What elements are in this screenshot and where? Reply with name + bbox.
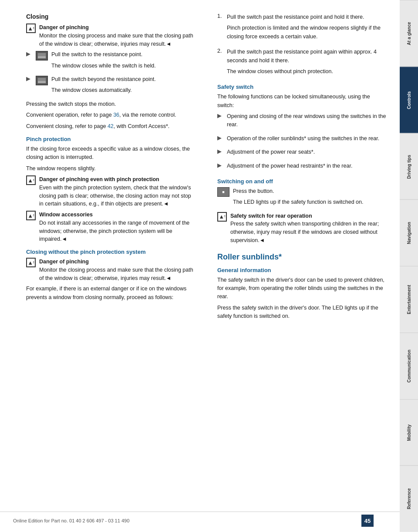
step2-num: 2. (217, 48, 224, 78)
closing-without-icon: ▲! (26, 258, 36, 267)
safety-button-icon: ■ (217, 187, 229, 197)
switching-box: ■ Press the button. The LED lights up if… (217, 187, 387, 209)
safety-bullet-1: ▶ Opening and closing of the rear window… (217, 112, 387, 132)
pinch-protection-title: Pinch protection (26, 136, 196, 142)
closing-without-warning-title: Danger of pinching (39, 259, 89, 265)
pinch-text2: The window reopens slightly. (26, 165, 196, 173)
convenient1-text: Convenient operation, refer to page 36, … (26, 111, 196, 119)
bullet3-text: Adjustment of the power rear seats*. (227, 148, 315, 156)
safety-rear-warning: ▲! Safety switch for rear operation Pres… (217, 212, 387, 245)
safety-rear-title: Safety switch for rear operation (230, 213, 312, 219)
general-text2: Press the safety switch in the driver's … (217, 304, 387, 321)
safety-rear-body: Press the safety switch when transportin… (230, 221, 379, 243)
press-text: Pressing the switch stops the motion. (26, 100, 196, 108)
sidebar-item-communication[interactable]: Communication (400, 333, 418, 399)
closing-title: Closing (26, 13, 196, 20)
switching-text1: Press the button. (233, 187, 363, 195)
switching-title: Switching on and off (217, 178, 387, 185)
bullet1-text: Opening and closing of the rear windows … (227, 112, 387, 129)
step1-num: 1. (217, 13, 224, 44)
danger-pinching-warning: ▲! Danger of pinching Monitor the closin… (26, 24, 196, 48)
left-column: Closing ▲! Danger of pinching Monitor th… (26, 13, 200, 502)
window-acc-text: Window accessories Do not install any ac… (39, 211, 196, 243)
bullet2-arrow: ▶ (217, 135, 222, 141)
action2-sub: The window closes automatically. (51, 86, 156, 94)
roller-sunblinds-title: Roller sunblinds* (217, 253, 387, 262)
general-text1: The safety switch in the driver's door c… (217, 276, 387, 301)
window-acc-icon: ▲! (26, 211, 36, 220)
action2-row: ▶ Pull the switch beyond the resistance … (26, 75, 196, 98)
safety-text: The following functions can be locked si… (217, 93, 387, 110)
footer-text: Online Edition for Part no. 01 40 2 606 … (13, 518, 129, 523)
right-column: 1. Pull the switch past the resistance p… (213, 13, 387, 502)
action2-arrow: ▶ (26, 75, 30, 82)
action2-text: Pull the switch beyond the resistance po… (51, 75, 156, 84)
window-switch-icon2 (36, 76, 48, 85)
sidebar-item-mobility[interactable]: Mobility (400, 399, 418, 466)
safety-switch-title: Safety switch (217, 84, 387, 90)
sidebar: At a glance Controls Driving tips Naviga… (400, 0, 418, 532)
pinch-warning-title: Danger of pinching even with pinch prote… (39, 176, 159, 182)
safety-rear-text: Safety switch for rear operation Press t… (230, 212, 387, 245)
bullet1-arrow: ▶ (217, 112, 222, 119)
pinch-warning-text: Danger of pinching even with pinch prote… (39, 175, 196, 208)
action1-sub: The window closes while the switch is he… (51, 62, 156, 70)
pinch-text1: If the closing force exceeds a specific … (26, 145, 196, 162)
general-info-title: General information (217, 267, 387, 273)
step2-text-block: Pull the switch past the resistance poin… (227, 48, 387, 78)
page-link-36[interactable]: 36 (113, 112, 119, 118)
sidebar-item-controls[interactable]: Controls (400, 67, 418, 133)
roller-section: Roller sunblinds* General information Th… (217, 253, 387, 321)
step2-text: Pull the switch past the resistance poin… (227, 48, 387, 65)
switching-text2: The LED lights up if the safety function… (233, 198, 363, 206)
sidebar-item-reference[interactable]: Reference (400, 465, 418, 532)
two-col-layout: Closing ▲! Danger of pinching Monitor th… (26, 13, 387, 502)
closing-without-title: Closing without the pinch protection sys… (26, 249, 196, 255)
step2: 2. Pull the switch past the resistance p… (217, 48, 387, 78)
step1-sub: Pinch protection is limited and the wind… (227, 24, 387, 41)
step1-text-block: Pull the switch past the resistance poin… (227, 13, 387, 44)
safety-bullets-list: ▶ Opening and closing of the rear window… (217, 112, 387, 173)
safety-bullet-3: ▶ Adjustment of the power rear seats*. (217, 148, 387, 159)
step1: 1. Pull the switch past the resistance p… (217, 13, 387, 44)
safety-bullet-4: ▶ Adjustment of the power head restraint… (217, 162, 387, 173)
action1-arrow: ▶ (26, 51, 30, 57)
bullet4-text: Adjustment of the power head restraints*… (227, 162, 352, 170)
switching-text-block: Press the button. The LED lights up if t… (233, 187, 363, 209)
safety-rear-icon: ▲! (217, 212, 227, 222)
action1-row: ▶ Pull the switch to the resistance poin… (26, 51, 196, 73)
warning-triangle-icon: ▲! (26, 24, 36, 33)
page-footer: Online Edition for Part no. 01 40 2 606 … (0, 512, 400, 527)
warning1-title: Danger of pinching (39, 24, 89, 30)
convenient2-text: Convenient closing, refer to page 42, wi… (26, 122, 196, 131)
bullet4-arrow: ▶ (217, 162, 222, 168)
window-acc-title: Window accessories (39, 212, 93, 218)
bullet3-arrow: ▶ (217, 148, 222, 155)
warning1-text: Danger of pinching Monitor the closing p… (39, 24, 196, 48)
sidebar-item-at-a-glance[interactable]: At a glance (400, 0, 418, 67)
warning1-body: Monitor the closing process and make sur… (39, 33, 193, 47)
window-acc-body: Do not install any accessories in the ra… (39, 220, 189, 242)
action1-text: Pull the switch to the resistance point. (51, 51, 156, 59)
page-number: 45 (361, 515, 374, 527)
safety-bullet-2: ▶ Operation of the roller sunblinds* usi… (217, 135, 387, 145)
closing-without-text: For example, if there is an external dan… (26, 285, 196, 302)
sidebar-item-navigation[interactable]: Navigation (400, 199, 418, 266)
action1-text-block: Pull the switch to the resistance point.… (51, 51, 156, 73)
bullet2-text: Operation of the roller sunblinds* using… (227, 135, 379, 143)
sidebar-item-driving-tips[interactable]: Driving tips (400, 133, 418, 200)
window-switch-icon1 (36, 51, 48, 61)
closing-without-warning-body: Monitor the closing process and make sur… (39, 267, 193, 281)
page-container: Closing ▲! Danger of pinching Monitor th… (0, 0, 418, 532)
action2-text-block: Pull the switch beyond the resistance po… (51, 75, 156, 98)
page-link-42[interactable]: 42 (108, 123, 114, 129)
closing-without-warning: ▲! Danger of pinching Monitor the closin… (26, 258, 196, 282)
sidebar-item-entertainment[interactable]: Entertainment (400, 266, 418, 333)
window-accessories-warning: ▲! Window accessories Do not install any… (26, 211, 196, 243)
pinch-warning-body: Even with the pinch protection system, c… (39, 185, 191, 207)
step1-text: Pull the switch past the resistance poin… (227, 13, 387, 21)
closing-without-warning-text: Danger of pinching Monitor the closing p… (39, 258, 196, 282)
main-content: Closing ▲! Danger of pinching Monitor th… (0, 0, 400, 532)
step2-sub: The window closes without pinch protecti… (227, 67, 387, 76)
pinch-warning-icon: ▲! (26, 175, 36, 185)
